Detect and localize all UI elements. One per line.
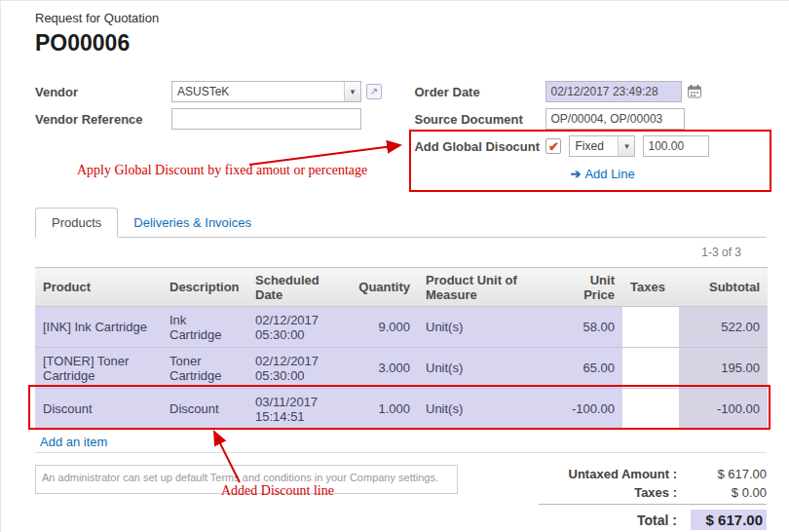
order-lines-table: Product Description Scheduled Date Quant… — [35, 267, 768, 430]
table-row-ink[interactable]: [INK] Ink Cartridge Ink Cartridge 02/12/… — [35, 307, 768, 348]
column-header-product[interactable]: Product — [35, 268, 162, 307]
cell-scheduled-date[interactable]: 02/12/2017 05:30:00 — [247, 307, 350, 348]
source-document-input[interactable] — [545, 108, 685, 130]
chevron-down-icon[interactable]: ▾ — [618, 136, 634, 156]
external-link-icon[interactable]: ↗ — [366, 84, 382, 99]
global-discount-checkbox[interactable]: ✔ — [545, 138, 561, 154]
order-date-label: Order Date — [414, 81, 545, 99]
source-document-label: Source Document — [414, 108, 545, 127]
vendor-reference-input[interactable] — [171, 108, 361, 130]
cell-taxes[interactable] — [622, 389, 679, 430]
order-date-input[interactable] — [545, 81, 682, 102]
taxes-value: $ 0.00 — [691, 485, 767, 500]
cell-subtotal[interactable]: 522.00 — [679, 307, 768, 348]
discount-amount-input[interactable] — [643, 135, 709, 157]
tab-deliveries-invoices[interactable]: Deliveries & Invoices — [118, 209, 267, 237]
global-discount-label: Add Global Disocunt — [414, 135, 545, 154]
total-value: $ 617.00 — [691, 510, 767, 530]
cell-product[interactable]: Discount — [35, 389, 162, 430]
taxes-label: Taxes : — [634, 485, 677, 500]
cell-description[interactable]: Ink Cartridge — [162, 307, 247, 348]
vendor-reference-label: Vendor Reference — [35, 108, 171, 127]
table-row-discount[interactable]: Discount Discount 03/11/2017 15:14:51 1.… — [35, 389, 768, 430]
cell-unit-price[interactable]: 58.00 — [554, 307, 622, 348]
column-header-quantity[interactable]: Quantity — [350, 268, 418, 307]
vendor-label: Vendor — [35, 81, 171, 99]
calendar-icon[interactable] — [687, 84, 702, 99]
table-header-row: Product Description Scheduled Date Quant… — [35, 268, 768, 307]
untaxed-amount-label: Untaxed Amount : — [569, 467, 677, 481]
totals-separator — [539, 504, 767, 505]
page-title: PO00006 — [35, 28, 767, 57]
vendor-select[interactable]: ASUSTeK ▾ — [171, 81, 361, 102]
vendor-value: ASUSTeK — [172, 82, 344, 101]
check-icon: ✔ — [548, 140, 559, 153]
column-header-taxes[interactable]: Taxes — [622, 268, 679, 307]
cell-quantity[interactable]: 1.000 — [350, 389, 418, 430]
cell-description[interactable]: Toner Cartridge — [162, 348, 247, 389]
cell-description[interactable]: Discount — [162, 389, 247, 430]
discount-type-select[interactable]: Fixed ▾ — [569, 135, 635, 157]
add-line-label: Add Line — [584, 167, 634, 181]
doc-type-label: Request for Quotation — [35, 11, 767, 28]
cell-product[interactable]: [TONER] Toner Cartridge — [35, 348, 162, 389]
add-line-arrow-icon: ➔ — [570, 167, 581, 181]
cell-subtotal[interactable]: -100.00 — [679, 389, 768, 430]
column-header-description[interactable]: Description — [162, 268, 247, 307]
cell-taxes[interactable] — [622, 307, 679, 348]
cell-scheduled-date[interactable]: 03/11/2017 15:14:51 — [247, 389, 350, 430]
cell-quantity[interactable]: 3.000 — [350, 348, 418, 389]
terms-and-conditions-field[interactable]: An administrator can set up default Term… — [35, 465, 458, 494]
cell-uom[interactable]: Unit(s) — [418, 348, 554, 389]
cell-uom[interactable]: Unit(s) — [418, 389, 554, 430]
untaxed-amount-value: $ 617.00 — [691, 467, 767, 481]
add-an-item-link[interactable]: Add an item — [40, 435, 107, 449]
cell-unit-price[interactable]: -100.00 — [554, 389, 622, 430]
discount-type-value: Fixed — [570, 136, 618, 156]
form-fields: Vendor ASUSTeK ▾ ↗ Vendor Reference Orde… — [35, 81, 767, 190]
column-header-unit-price[interactable]: Unit Price — [554, 268, 622, 307]
column-header-scheduled-date[interactable]: Scheduled Date — [247, 268, 350, 307]
totals-panel: Untaxed Amount : $ 617.00 Taxes : $ 0.00… — [539, 465, 767, 532]
total-label: Total : — [637, 513, 677, 528]
purchase-order-form: Request for Quotation PO00006 Vendor ASU… — [1, 1, 789, 532]
cell-taxes[interactable] — [622, 348, 679, 389]
tab-products[interactable]: Products — [35, 208, 118, 238]
column-header-uom[interactable]: Product Unit of Measure — [418, 268, 554, 307]
add-line-link[interactable]: ➔Add Line — [570, 167, 634, 181]
table-row-toner[interactable]: [TONER] Toner Cartridge Toner Cartridge … — [35, 348, 768, 389]
cell-product[interactable]: [INK] Ink Cartridge — [35, 307, 162, 348]
cell-subtotal[interactable]: 195.00 — [679, 348, 768, 389]
chevron-down-icon[interactable]: ▾ — [344, 82, 360, 101]
cell-unit-price[interactable]: 65.00 — [554, 348, 622, 389]
cell-uom[interactable]: Unit(s) — [418, 307, 554, 348]
cell-quantity[interactable]: 9.000 — [350, 307, 418, 348]
notebook-tabs: Products Deliveries & Invoices — [35, 208, 767, 238]
form-footer: An administrator can set up default Term… — [35, 465, 767, 532]
column-header-subtotal[interactable]: Subtotal — [679, 268, 768, 307]
pager[interactable]: 1-3 of 3 — [35, 246, 767, 259]
cell-scheduled-date[interactable]: 02/12/2017 05:30:00 — [247, 348, 350, 389]
